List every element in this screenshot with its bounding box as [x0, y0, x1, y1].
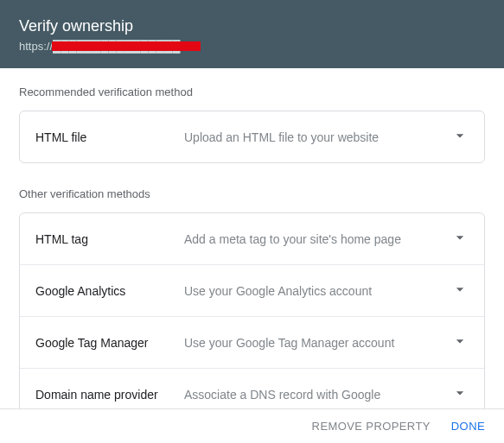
chevron-down-icon [451, 384, 469, 404]
method-name: Google Analytics [35, 284, 184, 298]
method-name: HTML file [35, 130, 184, 144]
method-name: Google Tag Manager [35, 336, 184, 350]
method-name: HTML tag [35, 232, 184, 246]
remove-property-button[interactable]: REMOVE PROPERTY [312, 420, 431, 433]
other-label: Other verification methods [19, 187, 485, 200]
done-button[interactable]: DONE [451, 420, 485, 433]
redaction-mark [52, 41, 201, 51]
recommended-label: Recommended verification method [19, 85, 485, 98]
method-desc: Use your Google Analytics account [184, 284, 443, 298]
dialog-header: Verify ownership https://███████████████… [0, 0, 504, 68]
dialog-title: Verify ownership [19, 17, 485, 35]
other-card: HTML tag Add a meta tag to your site's h… [19, 212, 485, 421]
property-url: https://████████████████/ [19, 40, 183, 53]
chevron-down-icon [451, 281, 469, 301]
recommended-section: Recommended verification method HTML fil… [0, 68, 504, 163]
method-desc: Upload an HTML file to your website [184, 130, 443, 144]
chevron-down-icon [451, 332, 469, 352]
method-desc: Associate a DNS record with Google [184, 388, 443, 402]
method-google-tag-manager[interactable]: Google Tag Manager Use your Google Tag M… [20, 316, 484, 368]
method-desc: Use your Google Tag Manager account [184, 336, 443, 350]
method-desc: Add a meta tag to your site's home page [184, 232, 443, 246]
recommended-card: HTML file Upload an HTML file to your we… [19, 111, 485, 163]
method-html-tag[interactable]: HTML tag Add a meta tag to your site's h… [20, 213, 484, 264]
chevron-down-icon [451, 127, 469, 147]
other-section: Other verification methods HTML tag Add … [0, 170, 504, 421]
dialog-footer: REMOVE PROPERTY DONE [0, 408, 504, 443]
method-name: Domain name provider [35, 388, 184, 402]
method-google-analytics[interactable]: Google Analytics Use your Google Analyti… [20, 264, 484, 316]
chevron-down-icon [451, 229, 469, 249]
method-html-file[interactable]: HTML file Upload an HTML file to your we… [20, 111, 484, 162]
